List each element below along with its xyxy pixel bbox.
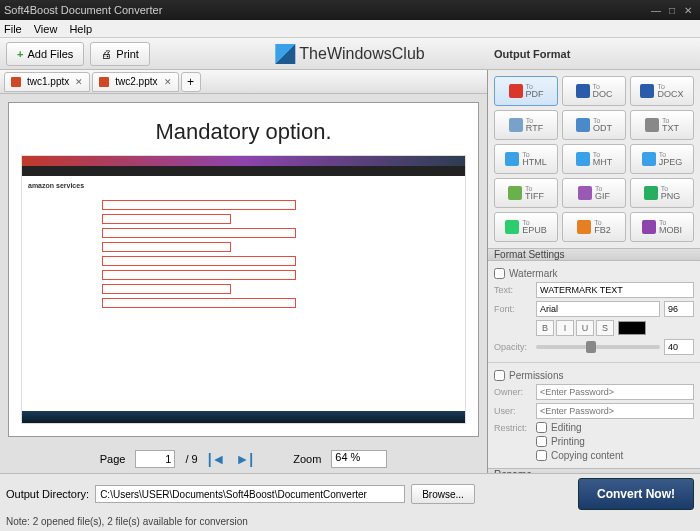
file-icon: [642, 152, 656, 166]
italic-button[interactable]: I: [556, 320, 574, 336]
plus-icon: +: [17, 48, 23, 60]
menu-file[interactable]: File: [4, 23, 22, 35]
convert-button[interactable]: Convert Now!: [578, 478, 694, 510]
file-icon: [508, 186, 522, 200]
format-mobi[interactable]: ToMOBI: [630, 212, 694, 242]
minimize-button[interactable]: —: [648, 5, 664, 16]
format-grid: ToPDFToDOCToDOCXToRTFToODTToTXTToHTMLToM…: [488, 70, 700, 248]
format-odt[interactable]: ToODT: [562, 110, 626, 140]
tab-file-0[interactable]: twc1.pptx ✕: [4, 72, 90, 92]
close-icon[interactable]: ✕: [164, 77, 172, 87]
file-icon: [576, 118, 590, 132]
add-tab-button[interactable]: +: [181, 72, 201, 92]
output-dir-label: Output Directory:: [6, 488, 89, 500]
page-label: Page: [100, 453, 126, 465]
underline-button[interactable]: U: [576, 320, 594, 336]
add-files-button[interactable]: + Add Files: [6, 42, 84, 66]
opacity-value-input[interactable]: [664, 339, 694, 355]
slide-body: amazon services: [21, 155, 466, 424]
zoom-label: Zoom: [293, 453, 321, 465]
menubar: File View Help: [0, 20, 700, 38]
document-preview: Mandatory option. amazon services: [8, 102, 479, 437]
brand: TheWindowsClub: [275, 44, 424, 64]
format-epub[interactable]: ToEPUB: [494, 212, 558, 242]
format-txt[interactable]: ToTXT: [630, 110, 694, 140]
page-input[interactable]: [135, 450, 175, 468]
print-button[interactable]: 🖨 Print: [90, 42, 150, 66]
first-page-button[interactable]: |◄: [208, 451, 226, 467]
format-gif[interactable]: ToGIF: [562, 178, 626, 208]
file-icon: [642, 220, 656, 234]
file-icon: [505, 152, 519, 166]
titlebar: Soft4Boost Document Converter — □ ✕: [0, 0, 700, 20]
format-jpeg[interactable]: ToJPEG: [630, 144, 694, 174]
color-swatch[interactable]: [618, 321, 646, 335]
bottom-bar: Output Directory: Browse... Convert Now!: [0, 473, 700, 514]
browse-button[interactable]: Browse...: [411, 484, 475, 504]
watermark-label: Watermark: [509, 268, 558, 279]
strike-button[interactable]: S: [596, 320, 614, 336]
format-tiff[interactable]: ToTIFF: [494, 178, 558, 208]
file-icon: [577, 220, 591, 234]
file-icon: [640, 84, 654, 98]
permissions-checkbox[interactable]: [494, 370, 505, 381]
watermark-size-input[interactable]: [664, 301, 694, 317]
user-password-input[interactable]: [536, 403, 694, 419]
format-settings-header: Format Settings: [488, 248, 700, 261]
file-icon: [576, 84, 590, 98]
file-icon: [509, 118, 523, 132]
file-icon: [645, 118, 659, 132]
toolbar: + Add Files 🖨 Print TheWindowsClub Outpu…: [0, 38, 700, 70]
slide-title: Mandatory option.: [9, 103, 478, 155]
tab-file-1[interactable]: twc2.pptx ✕: [92, 72, 178, 92]
close-icon[interactable]: ✕: [75, 77, 83, 87]
format-pdf[interactable]: ToPDF: [494, 76, 558, 106]
watermark-font-input[interactable]: [536, 301, 660, 317]
restrict-editing-checkbox[interactable]: [536, 422, 547, 433]
permissions-label: Permissions: [509, 370, 563, 381]
menu-view[interactable]: View: [34, 23, 58, 35]
output-dir-input[interactable]: [95, 485, 405, 503]
format-rtf[interactable]: ToRTF: [494, 110, 558, 140]
next-page-button[interactable]: ►|: [235, 451, 253, 467]
format-mht[interactable]: ToMHT: [562, 144, 626, 174]
file-tabs: twc1.pptx ✕ twc2.pptx ✕ +: [0, 70, 487, 94]
watermark-checkbox[interactable]: [494, 268, 505, 279]
powerpoint-icon: [99, 77, 109, 87]
file-icon: [644, 186, 658, 200]
bold-button[interactable]: B: [536, 320, 554, 336]
opacity-slider[interactable]: [536, 345, 660, 349]
format-doc[interactable]: ToDOC: [562, 76, 626, 106]
output-format-header: Output Format: [494, 48, 694, 60]
format-docx[interactable]: ToDOCX: [630, 76, 694, 106]
powerpoint-icon: [11, 77, 21, 87]
maximize-button[interactable]: □: [664, 5, 680, 16]
file-icon: [578, 186, 592, 200]
brand-logo-icon: [275, 44, 295, 64]
zoom-select[interactable]: 64 %: [331, 450, 387, 468]
restrict-printing-checkbox[interactable]: [536, 436, 547, 447]
format-png[interactable]: ToPNG: [630, 178, 694, 208]
format-fb2[interactable]: ToFB2: [562, 212, 626, 242]
printer-icon: 🖨: [101, 48, 112, 60]
window-title: Soft4Boost Document Converter: [4, 4, 162, 16]
page-total: / 9: [185, 453, 197, 465]
pager: Page / 9 |◄ ►| Zoom 64 %: [0, 445, 487, 473]
restrict-copying-checkbox[interactable]: [536, 450, 547, 461]
close-button[interactable]: ✕: [680, 5, 696, 16]
status-note: Note: 2 opened file(s), 2 file(s) availa…: [0, 514, 700, 531]
menu-help[interactable]: Help: [69, 23, 92, 35]
owner-password-input[interactable]: [536, 384, 694, 400]
format-html[interactable]: ToHTML: [494, 144, 558, 174]
file-icon: [509, 84, 523, 98]
file-icon: [576, 152, 590, 166]
file-icon: [505, 220, 519, 234]
watermark-text-input[interactable]: [536, 282, 694, 298]
